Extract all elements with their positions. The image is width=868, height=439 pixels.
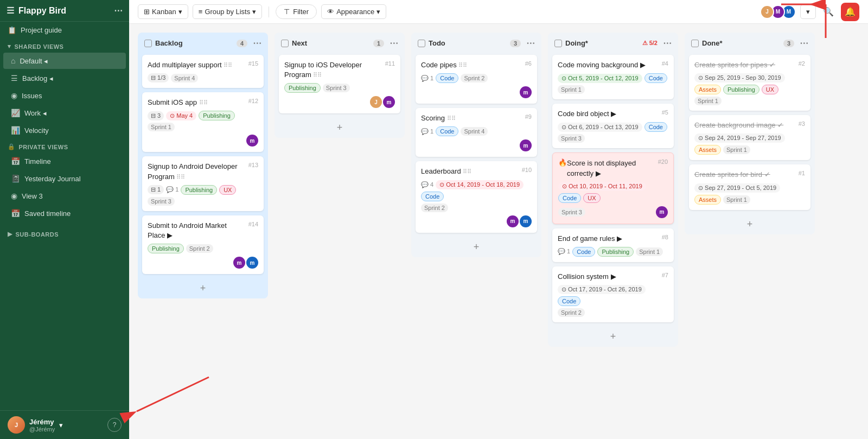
- card-submit-ios[interactable]: Submit iOS app ⠿⠿ #12 ⊟ 3 ⊙ May 4 Publis…: [142, 92, 264, 152]
- card-title: Create sprites for pipes ✓: [694, 60, 795, 70]
- col-checkbox[interactable]: [281, 40, 289, 47]
- tag-ux: UX: [219, 185, 236, 195]
- card-title: Scoring ⠿⠿: [421, 113, 522, 123]
- card-sprites-bird[interactable]: Create sprites for bird ✓ #1 ⊙ Sep 27, 2…: [689, 164, 810, 209]
- card-title: Collision system ▶: [558, 272, 659, 282]
- card-num: #3: [799, 120, 805, 127]
- col-checkbox[interactable]: [144, 40, 152, 47]
- card-collision[interactable]: Collision system ▶ #7 ⊙ Oct 17, 2019 - O…: [552, 266, 674, 322]
- card-code-pipes[interactable]: Code pipes ⠿⠿ #6 💬 1 Code Sprint 2 m: [416, 55, 537, 104]
- sub-boards-section[interactable]: ▶ SUB-BOARDS: [0, 226, 129, 240]
- col-checkbox[interactable]: [691, 40, 699, 47]
- private-views-section[interactable]: 🔒 PRIVATE VIEWS: [0, 139, 129, 152]
- user-handle: @Jérémy: [29, 426, 55, 432]
- card-sprites-pipes[interactable]: Create sprites for pipes ✓ #2 ⊙ Sep 25, …: [689, 55, 810, 111]
- sidebar-item-saved-timeline[interactable]: 📅 Saved timeline: [3, 205, 126, 221]
- col-checkbox[interactable]: [554, 40, 562, 47]
- card-num: #8: [662, 234, 668, 240]
- card-scoring[interactable]: Scoring ⠿⠿ #9 💬 1 Code Sprint 4 m: [416, 108, 537, 157]
- add-card-done[interactable]: +: [685, 214, 815, 234]
- col-title-done: Done*: [702, 39, 780, 47]
- add-card-todo[interactable]: +: [411, 237, 541, 257]
- sprint-tag: Sprint 1: [148, 123, 175, 131]
- user-profile[interactable]: J Jérémy @Jérémy ▾: [8, 416, 63, 434]
- col-count-next: 1: [373, 40, 384, 47]
- member-dropdown-button[interactable]: ▾: [800, 4, 816, 19]
- group-by-button[interactable]: ≡ Group by Lists ▾: [193, 4, 262, 19]
- sidebar-item-timeline[interactable]: 📅 Timeline: [3, 153, 126, 169]
- help-button[interactable]: ?: [107, 418, 122, 432]
- sidebar-item-work[interactable]: 📈 Work ◂: [3, 105, 126, 121]
- col-more-done[interactable]: ⋯: [800, 38, 808, 48]
- shared-views-section[interactable]: ▾ SHARED VIEWS: [0, 39, 129, 52]
- sprint-tag: Sprint 1: [636, 247, 663, 256]
- chart-icon: 📈: [11, 109, 20, 117]
- appearance-button[interactable]: 👁 Appearance ▾: [321, 4, 386, 19]
- avatars-row: m m: [233, 257, 258, 269]
- kanban-view-button[interactable]: ⊞ Kanban ▾: [138, 4, 188, 19]
- sidebar-item-yesterday-journal[interactable]: 📓 Yesterday Journal: [3, 170, 126, 187]
- col-more-todo[interactable]: ⋯: [526, 38, 535, 48]
- sidebar-item-backlog[interactable]: ☰ Backlog ◂: [3, 70, 126, 86]
- circle-icon: ◉: [11, 91, 17, 100]
- card-code-bird[interactable]: Code bird object ▶ #5 ⊙ Oct 6, 2019 - Oc…: [552, 104, 674, 148]
- add-card-next[interactable]: +: [275, 118, 405, 138]
- avatar-stack: J M M: [763, 5, 796, 19]
- card-score-error[interactable]: 🔥 Score is not displayed correctly ▶ #20…: [552, 152, 674, 224]
- card-signup-ios[interactable]: Signup to iOS Developer Program ⠿⠿ #11 P…: [279, 55, 400, 113]
- chevron-icon: ▾: [252, 8, 256, 16]
- notification-button[interactable]: 🔔: [841, 3, 859, 21]
- card-end-game-rules[interactable]: End of game rules ▶ #8 💬 1 Code Publishi…: [552, 228, 674, 262]
- sidebar-item-velocity[interactable]: 📊 Velocity: [3, 122, 126, 138]
- card-title: Submit iOS app ⠿⠿: [148, 98, 245, 107]
- col-checkbox[interactable]: [418, 40, 425, 47]
- topbar-right: J M M ▾ 🔍 🔔: [763, 3, 859, 21]
- card-title: Code pipes ⠿⠿: [421, 60, 522, 70]
- main-content: ⊞ Kanban ▾ ≡ Group by Lists ▾ ⊤ Filter 👁…: [129, 0, 868, 439]
- column-doing: Doing* ⚠ 5/2 ⋯ Code moving background ▶ …: [548, 33, 678, 347]
- card-bg-image[interactable]: Create background image ✓ #3 ⊙ Sep 24, 2…: [689, 115, 810, 160]
- add-card-backlog[interactable]: +: [138, 278, 268, 298]
- card-num: #14: [248, 221, 258, 227]
- sidebar-more-icon[interactable]: ⋯: [114, 5, 123, 16]
- sidebar-item-project-guide[interactable]: 📋 Project guide: [0, 22, 129, 39]
- board-container: Backlog 4 ⋯ Add multiplayer support ⠿⠿ #…: [129, 24, 868, 439]
- date-tag: ⊙ Sep 25, 2019 - Sep 30, 2019: [694, 73, 785, 82]
- sidebar-item-issues[interactable]: ◉ Issues: [3, 87, 126, 104]
- col-title-next: Next: [292, 39, 370, 47]
- list-icon: ≡: [199, 8, 203, 16]
- add-card-doing[interactable]: +: [548, 327, 678, 347]
- tag-assets: Assets: [694, 195, 721, 205]
- card-avatar-2: m: [246, 257, 258, 269]
- card-avatar: m: [656, 206, 668, 218]
- sidebar: ☰ Flappy Bird ⋯ 📋 Project guide ▾ SHARED…: [0, 0, 129, 439]
- search-button[interactable]: 🔍: [820, 4, 837, 20]
- tag-code: Code: [644, 73, 667, 83]
- sidebar-item-view3[interactable]: ◉ View 3: [3, 188, 126, 204]
- filter-icon: ⊤: [284, 8, 290, 16]
- card-avatar-1: m: [507, 215, 519, 227]
- card-code-bg[interactable]: Code moving background ▶ #4 ⊙ Oct 5, 201…: [552, 55, 674, 99]
- progress-pill: ⊟ 3: [148, 111, 164, 120]
- col-more-next[interactable]: ⋯: [390, 38, 398, 48]
- card-add-multiplayer[interactable]: Add multiplayer support ⠿⠿ #15 ⊟ 1/3 Spr…: [142, 55, 264, 88]
- card-submit-android-market[interactable]: Submit to Android Market Place ▶ #14 Pub…: [142, 215, 264, 274]
- column-cards-doing: Code moving background ▶ #4 ⊙ Oct 5, 201…: [548, 53, 678, 327]
- card-avatar: m: [246, 135, 258, 147]
- card-leaderboard[interactable]: Leaderboard ⠿⠿ #10 💬 4 ⊙ Oct 14, 2019 - …: [416, 161, 537, 232]
- card-avatar-2: m: [520, 215, 532, 227]
- sidebar-item-default[interactable]: ⌂ Default ◂: [3, 53, 126, 69]
- app-title: Flappy Bird: [18, 6, 66, 16]
- col-more-backlog[interactable]: ⋯: [253, 38, 261, 48]
- filter-button[interactable]: ⊤ Filter: [276, 4, 317, 19]
- tag-ux: UX: [762, 85, 778, 94]
- hamburger-icon[interactable]: ☰: [7, 5, 14, 16]
- tag-code: Code: [436, 126, 458, 136]
- card-signup-android[interactable]: Signup to Android Developer Program ⠿⠿ #…: [142, 156, 264, 211]
- column-backlog: Backlog 4 ⋯ Add multiplayer support ⠿⠿ #…: [138, 33, 268, 298]
- tag-publishing: Publishing: [148, 244, 184, 253]
- card-num: #4: [662, 60, 668, 67]
- date-tag: ⊙ Oct 10, 2019 - Oct 11, 2019: [558, 182, 646, 191]
- col-more-doing[interactable]: ⋯: [663, 38, 672, 48]
- chevron-icon: ▾: [376, 8, 380, 16]
